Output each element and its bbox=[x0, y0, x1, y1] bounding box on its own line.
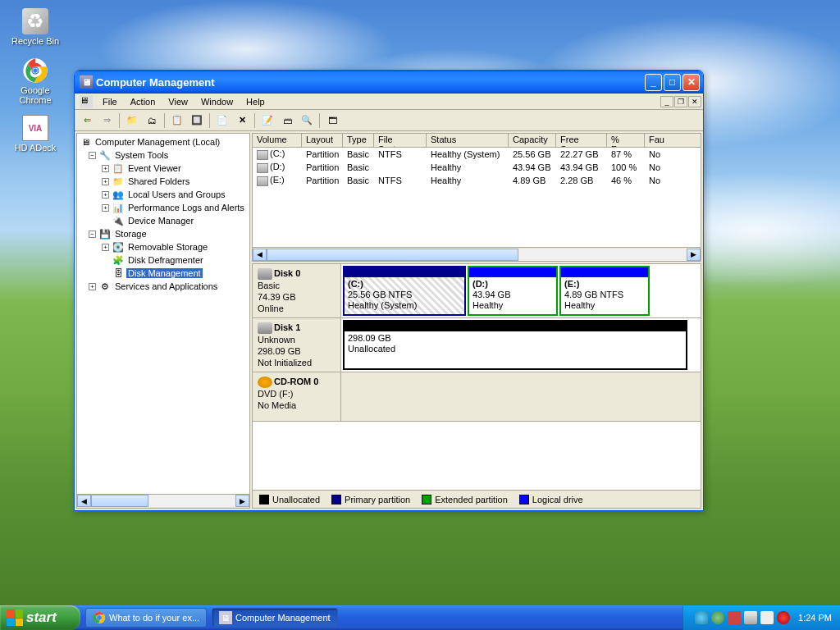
chrome-icon[interactable]: Google Chrome bbox=[7, 57, 64, 105]
tree-scrollbar[interactable]: ◀ ▶ bbox=[77, 494, 249, 508]
expand-icon[interactable]: + bbox=[102, 165, 109, 172]
tray-icon-5[interactable] bbox=[760, 611, 774, 624]
volume-cell: No bbox=[645, 162, 668, 172]
scroll-right-button[interactable]: ▶ bbox=[687, 249, 701, 261]
scroll-left-button[interactable]: ◀ bbox=[253, 249, 267, 261]
app-menu-icon[interactable]: 🖥 bbox=[80, 95, 93, 108]
tree-system-tools[interactable]: − 🔧 System Tools bbox=[79, 148, 248, 162]
tree-defrag[interactable]: 🧩 Disk Defragmenter bbox=[79, 253, 248, 267]
menu-view[interactable]: View bbox=[162, 95, 194, 108]
titlebar[interactable]: 🖥 Computer Management _ □ ✕ bbox=[75, 71, 703, 94]
toolbar-sep bbox=[254, 113, 255, 128]
menu-file[interactable]: File bbox=[96, 95, 124, 108]
expand-icon[interactable]: + bbox=[102, 191, 109, 199]
tray-icon-6[interactable] bbox=[777, 611, 790, 624]
scroll-right-button[interactable]: ▶ bbox=[235, 495, 249, 507]
hd-adeck-icon[interactable]: VIA HD ADeck bbox=[7, 115, 64, 153]
find-button[interactable]: 🔍 bbox=[298, 112, 316, 130]
volume-row[interactable]: (E:)PartitionBasicNTFSHealthy4.89 GB2.28… bbox=[253, 174, 701, 187]
tree-event-viewer[interactable]: + 📋 Event Viewer bbox=[79, 162, 248, 175]
taskbar-compmgmt-task[interactable]: 🖥 Computer Management bbox=[212, 608, 338, 628]
task2-label: Computer Management bbox=[235, 613, 331, 623]
disk-info[interactable]: CD-ROM 0DVD (F:)No Media bbox=[253, 372, 341, 421]
partition-box[interactable]: (E:)4.89 GB NTFSHealthy bbox=[559, 266, 650, 316]
scroll-thumb[interactable] bbox=[267, 249, 518, 261]
forward-button[interactable]: ⇒ bbox=[98, 112, 116, 130]
expand-icon[interactable]: + bbox=[102, 244, 109, 251]
start-button[interactable]: start bbox=[0, 605, 80, 630]
show-hide-button[interactable]: 🗂 bbox=[143, 112, 161, 130]
col-type[interactable]: Type bbox=[343, 134, 374, 147]
help-button[interactable]: 📄 bbox=[213, 112, 231, 130]
col-status[interactable]: Status bbox=[427, 134, 509, 147]
tray-icon-2[interactable] bbox=[711, 611, 724, 624]
tree-shared-folders[interactable]: + 📁 Shared Folders bbox=[79, 175, 248, 188]
menu-action[interactable]: Action bbox=[124, 95, 162, 108]
device-icon: 🔌 bbox=[112, 215, 125, 226]
tree-services-label: Services and Applications bbox=[113, 281, 219, 291]
menu-window[interactable]: Window bbox=[194, 95, 240, 108]
computer-management-window: 🖥 Computer Management _ □ ✕ 🖥 File Actio… bbox=[74, 70, 704, 511]
col-free[interactable]: Free Space bbox=[556, 134, 607, 147]
tray-icon-3[interactable] bbox=[728, 611, 741, 624]
volume-cell: 43.94 GB bbox=[509, 162, 556, 172]
col-layout[interactable]: Layout bbox=[302, 134, 343, 147]
mdi-restore-button[interactable]: ❐ bbox=[674, 96, 687, 107]
refresh-button[interactable]: 🔲 bbox=[188, 112, 206, 130]
options-button[interactable]: 🗔 bbox=[323, 112, 341, 130]
window-title: Computer Management bbox=[96, 76, 214, 89]
properties-button[interactable]: 📋 bbox=[168, 112, 186, 130]
expand-icon[interactable]: + bbox=[89, 283, 96, 290]
partition-box[interactable]: (C:)25.56 GB NTFSHealthy (System) bbox=[343, 266, 466, 316]
back-button[interactable]: ⇐ bbox=[78, 112, 96, 130]
mdi-close-button[interactable]: ✕ bbox=[688, 96, 701, 107]
delete-button[interactable]: ✕ bbox=[233, 112, 251, 130]
svg-point-3 bbox=[33, 68, 37, 72]
export-button[interactable]: 📝 bbox=[258, 112, 276, 130]
clock[interactable]: 1:24 PM bbox=[798, 613, 832, 623]
tray-icon-1[interactable] bbox=[695, 611, 708, 624]
tree-systools-label: System Tools bbox=[113, 150, 170, 160]
disk-info[interactable]: Disk 1Unknown298.09 GBNot Initialized bbox=[253, 318, 341, 372]
tree-storage[interactable]: − 💾 Storage bbox=[79, 227, 248, 240]
volume-row[interactable]: (C:)PartitionBasicNTFSHealthy (System)25… bbox=[253, 148, 701, 161]
tree-disk-mgmt[interactable]: 🗄 Disk Management bbox=[79, 267, 248, 280]
col-fault[interactable]: Fau bbox=[645, 134, 668, 147]
col-pct[interactable]: % Free bbox=[607, 134, 645, 147]
menu-help[interactable]: Help bbox=[240, 95, 272, 108]
partition-body: (E:)4.89 GB NTFSHealthy bbox=[561, 277, 648, 314]
partition-box[interactable]: (D:)43.94 GBHealthy bbox=[468, 266, 558, 316]
settings-button[interactable]: 🗃 bbox=[278, 112, 296, 130]
col-capacity[interactable]: Capacity bbox=[509, 134, 556, 147]
expand-icon[interactable]: + bbox=[102, 204, 109, 212]
up-button[interactable]: 📁 bbox=[123, 112, 141, 130]
tree-shared-label: Shared Folders bbox=[126, 176, 191, 186]
partition-box[interactable]: 298.09 GBUnallocated bbox=[343, 320, 687, 370]
tray-icon-4[interactable] bbox=[744, 611, 757, 624]
tree-perf-logs[interactable]: + 📊 Performance Logs and Alerts bbox=[79, 201, 248, 214]
taskbar-chrome-task[interactable]: What to do if your ex... bbox=[85, 608, 207, 628]
recycle-bin-icon[interactable]: ♻ Recycle Bin bbox=[7, 8, 64, 46]
tree-local-users[interactable]: + 👥 Local Users and Groups bbox=[79, 188, 248, 201]
scroll-track[interactable] bbox=[267, 249, 687, 261]
tree-services[interactable]: + ⚙ Services and Applications bbox=[79, 280, 248, 293]
close-button[interactable]: ✕ bbox=[682, 74, 700, 91]
tree-removable[interactable]: + 💽 Removable Storage bbox=[79, 240, 248, 253]
col-volume[interactable]: Volume bbox=[253, 134, 302, 147]
expand-icon[interactable]: + bbox=[102, 178, 109, 185]
scroll-track[interactable] bbox=[91, 495, 235, 507]
disk-info[interactable]: Disk 0Basic74.39 GBOnline bbox=[253, 264, 341, 317]
volume-row[interactable]: (D:)PartitionBasicHealthy43.94 GB43.94 G… bbox=[253, 161, 701, 174]
col-fs[interactable]: File System bbox=[374, 134, 427, 147]
tree-device-mgr[interactable]: 🔌 Device Manager bbox=[79, 214, 248, 227]
collapse-icon[interactable]: − bbox=[89, 231, 96, 238]
scroll-thumb[interactable] bbox=[91, 495, 148, 507]
maximize-button[interactable]: □ bbox=[664, 74, 681, 91]
mdi-minimize-button[interactable]: _ bbox=[660, 96, 673, 107]
collapse-icon[interactable]: − bbox=[89, 152, 96, 159]
tree-root[interactable]: 🖥 Computer Management (Local) bbox=[79, 135, 248, 148]
minimize-button[interactable]: _ bbox=[645, 74, 662, 91]
volume-scrollbar[interactable]: ◀ ▶ bbox=[253, 247, 701, 261]
partition-body: (D:)43.94 GBHealthy bbox=[469, 277, 556, 314]
scroll-left-button[interactable]: ◀ bbox=[77, 495, 91, 507]
